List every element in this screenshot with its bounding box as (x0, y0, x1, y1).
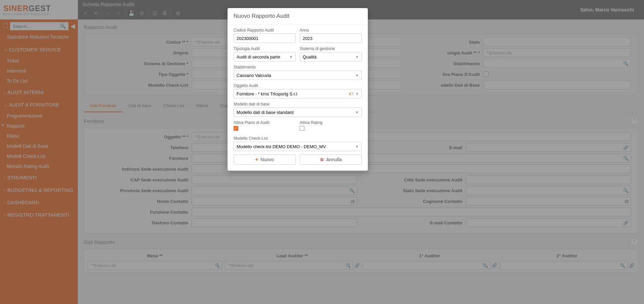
modal-codice-label: Codice Rapporto Audit (234, 28, 296, 33)
modal-stabilimento-select[interactable]: Cassano Valcuvia▼ (234, 71, 362, 80)
modal-tipologia-select[interactable]: Audit di seconda parte▼ (234, 52, 296, 61)
modal-oggetto-select[interactable]: Fornitore - * krns Trkspsrtg S.r.l.🏷▼ (234, 89, 362, 98)
modal-tipologia-label: Tipologia Audit (234, 46, 296, 51)
plus-icon: + (255, 157, 258, 163)
modal-attiva-rating-checkbox[interactable] (300, 126, 304, 131)
chevron-down-icon: ▼ (355, 145, 359, 148)
nuovo-button[interactable]: +Nuovo (234, 155, 296, 165)
annulla-button[interactable]: ⊗Annulla (300, 155, 362, 165)
modal-anno-label: Anno (300, 28, 362, 33)
chevron-down-icon: ▼ (355, 55, 359, 59)
modal-modello-cl-select[interactable]: Modello check-list DEMO DEMO - DEMO_MV▼ (234, 142, 362, 151)
modal-codice-input[interactable]: 202300001 (234, 34, 296, 43)
cancel-icon: ⊗ (320, 157, 324, 163)
modal-attiva-piano-checkbox[interactable] (234, 126, 238, 131)
chevron-down-icon: ▼ (355, 92, 359, 96)
tag-icon[interactable]: 🏷 (349, 91, 353, 96)
modal-stabilimento-label: Stabilimento (234, 65, 362, 70)
chevron-down-icon: ▼ (289, 55, 293, 59)
modal-attiva-piano-label: Attiva Piano di Audit (234, 120, 296, 125)
modal-modello-cl-label: Modello Check-List (234, 136, 362, 141)
modal-title: Nuovo Rapporto Audit (228, 8, 368, 25)
chevron-down-icon: ▼ (355, 74, 359, 77)
modal-anno-input[interactable]: 2023 (300, 34, 362, 43)
modal-sistema-label: Sistema di gestione (300, 46, 362, 51)
modal-nuovo-rapporto: Nuovo Rapporto Audit Codice Rapporto Aud… (228, 8, 368, 171)
chevron-down-icon: ▼ (355, 111, 359, 114)
modal-sistema-select[interactable]: Qualità▼ (300, 52, 362, 61)
modal-oggetto-label: Oggetto Audit (234, 83, 362, 88)
modal-modello-dati-select[interactable]: Modello dati di base standard▼ (234, 107, 362, 117)
modal-attiva-rating-label: Attiva Rating (300, 120, 362, 125)
modal-modello-dati-label: Modello dati di base (234, 102, 362, 106)
